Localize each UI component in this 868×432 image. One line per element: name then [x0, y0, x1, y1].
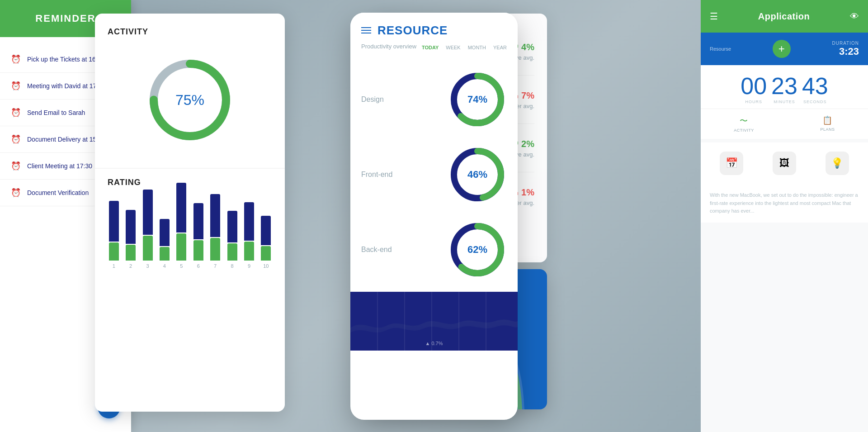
- bar-group-2: 2: [124, 210, 137, 269]
- app-duration: DURATION 3:23: [832, 41, 859, 57]
- filter-month[interactable]: MONTH: [468, 45, 486, 50]
- activity-nav-label: ACTIVITY: [734, 128, 754, 133]
- reminder-text-2: Meeting with David at 17:00: [27, 82, 105, 90]
- bar-group-8: 8: [226, 211, 238, 269]
- app-description: With the new MacBook, we set out to do t…: [701, 184, 868, 223]
- calendar-button[interactable]: 📅: [720, 152, 743, 175]
- bar-group-3: 3: [142, 190, 154, 269]
- bar-stack: [175, 183, 188, 261]
- hamburger-icon[interactable]: ☰: [710, 11, 718, 22]
- category-backend: Back-end: [361, 246, 402, 254]
- hamburger-line: [361, 27, 371, 28]
- bar-green: [126, 245, 136, 261]
- image-button[interactable]: 🖼: [773, 152, 796, 175]
- eye-icon[interactable]: 👁: [850, 11, 859, 22]
- category-design: Design: [361, 95, 402, 104]
- bar-label-5: 5: [180, 263, 183, 269]
- filter-year[interactable]: YEAR: [493, 45, 507, 50]
- activity-donut: 75%: [145, 55, 235, 145]
- rating-bar-chart: 1 2 3: [108, 196, 272, 269]
- hamburger-line: [361, 33, 371, 33]
- bar-stack: [108, 201, 120, 261]
- resource-content: Design 74% Front-end 46%: [350, 57, 518, 292]
- reminder-text-5: Client Meeting at 17:30: [27, 162, 92, 170]
- bar-green: [176, 233, 186, 261]
- bar-label-3: 3: [146, 263, 149, 269]
- bar-label-2: 2: [129, 263, 132, 269]
- plans-icon: 📋: [822, 115, 833, 125]
- app-nav-bar: Resourse + DURATION 3:23: [701, 33, 868, 65]
- clock-icon: ⏰: [11, 134, 21, 144]
- bar-green: [244, 242, 254, 261]
- reminder-text-4: Document Delivery at 15:00: [27, 136, 105, 143]
- backend-donut-label: 62%: [467, 244, 487, 256]
- timer-hours: 00: [741, 74, 767, 98]
- resource-row-frontend: Front-end 46%: [361, 137, 507, 212]
- app-duration-value: 3:23: [832, 46, 859, 57]
- bar-green: [227, 243, 237, 261]
- bar-green: [210, 238, 220, 261]
- backend-donut: 62%: [448, 220, 507, 279]
- resource-wave-chart: ▲ 0.7%: [350, 292, 518, 351]
- resource-header: RESOURCE Productivity overview TODAY WEE…: [350, 13, 518, 57]
- wave-label: ▲ 0.7%: [425, 341, 443, 346]
- timer-seconds-group: 43 SECONDS: [802, 74, 828, 104]
- bar-stack: [124, 210, 137, 261]
- bar-stack: [192, 203, 204, 261]
- timer-seconds: 43: [802, 74, 828, 98]
- plans-nav-label: PLANS: [821, 127, 835, 132]
- app-description-text: With the new MacBook, we set out to do t…: [710, 192, 858, 214]
- app-bottom-nav: 〜 ACTIVITY 📋 PLANS: [701, 109, 868, 139]
- panel-application: ☰ Application 👁 Resourse + DURATION 3:23…: [701, 0, 868, 432]
- productivity-label: Productivity overview: [361, 43, 416, 50]
- category-frontend: Front-end: [361, 171, 402, 179]
- bar-dark: [126, 210, 136, 244]
- app-timer: 00 HOURS 23 MINUTES 43 SECONDS: [701, 65, 868, 109]
- time-filters: TODAY WEEK MONTH YEAR: [422, 45, 507, 50]
- activity-icon: 〜: [740, 115, 748, 126]
- bar-group-10: 10: [260, 216, 272, 269]
- design-donut: 74%: [448, 70, 507, 129]
- bar-label-1: 1: [113, 263, 115, 269]
- bar-dark: [143, 190, 153, 235]
- resource-title: RESOURCE: [377, 24, 448, 38]
- app-header-left-icons: ☰: [710, 11, 718, 22]
- reminder-text-3: Send Email to Sarah: [27, 109, 85, 116]
- resource-header-subtitle: Productivity overview TODAY WEEK MONTH Y…: [361, 43, 507, 50]
- resource-row-backend: Back-end 62%: [361, 212, 507, 287]
- rating-section: RATING 1 2: [95, 168, 285, 278]
- frontend-donut: 46%: [448, 145, 507, 204]
- bar-group-4: 4: [158, 219, 170, 269]
- bar-label-4: 4: [163, 263, 166, 269]
- bar-group-7: 7: [209, 194, 221, 269]
- design-donut-label: 74%: [467, 94, 487, 105]
- reminder-text-6: Document Verification: [27, 189, 89, 196]
- bar-dark: [193, 203, 203, 239]
- app-header-title: Application: [758, 11, 810, 22]
- nav-activity[interactable]: 〜 ACTIVITY: [734, 115, 754, 133]
- bar-group-5: 5: [175, 183, 188, 269]
- bar-label-10: 10: [263, 263, 269, 269]
- timer-seconds-label: SECONDS: [803, 100, 827, 104]
- lightbulb-button[interactable]: 💡: [826, 152, 849, 175]
- hamburger-icon[interactable]: [361, 27, 371, 33]
- clock-icon: ⏰: [11, 54, 21, 64]
- app-header-right-icons: 👁: [850, 11, 859, 22]
- bar-label-7: 7: [214, 263, 217, 269]
- filter-week[interactable]: WEEK: [446, 45, 460, 50]
- clock-icon: ⏰: [11, 161, 21, 171]
- nav-plans[interactable]: 📋 PLANS: [821, 115, 835, 133]
- timer-minutes-label: MINUTES: [774, 100, 795, 104]
- bar-stack: [209, 194, 221, 261]
- bar-group-6: 6: [192, 203, 204, 269]
- timer-hours-group: 00 HOURS: [741, 74, 767, 104]
- bar-stack: [260, 216, 272, 261]
- activity-donut-label: 75%: [175, 92, 204, 109]
- filter-today[interactable]: TODAY: [422, 45, 439, 50]
- bar-dark: [109, 201, 119, 242]
- bar-label-9: 9: [248, 263, 250, 269]
- app-icon-row: 📅 🖼 💡: [701, 142, 868, 184]
- bar-green: [109, 242, 119, 261]
- activity-section: ACTIVITY 75%: [95, 14, 285, 168]
- app-add-button[interactable]: +: [773, 40, 791, 58]
